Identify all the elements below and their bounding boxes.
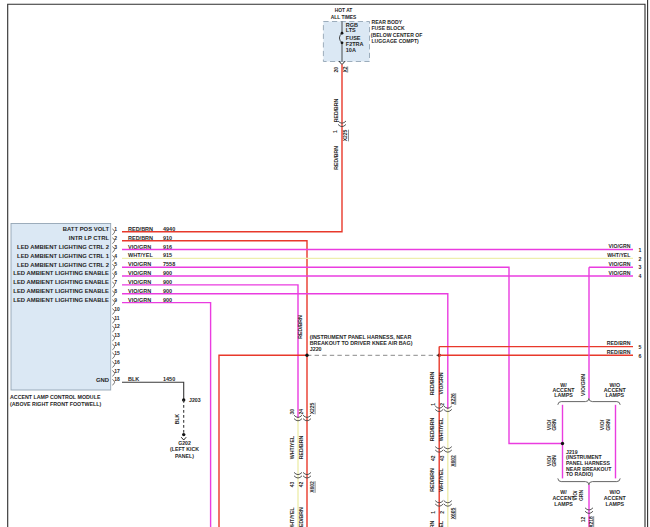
svg-text:6: 6 (114, 270, 117, 276)
svg-text:2: 2 (114, 235, 117, 241)
svg-text:900: 900 (163, 279, 172, 285)
svg-text:14: 14 (114, 341, 120, 347)
svg-text:RED/BRN: RED/BRN (607, 349, 631, 355)
svg-text:LAMPS: LAMPS (554, 392, 573, 398)
svg-text:RED/BRN: RED/BRN (128, 235, 153, 241)
svg-text:ACCENT LAMP CONTROL MODULE: ACCENT LAMP CONTROL MODULE (10, 394, 101, 400)
svg-text:11: 11 (114, 315, 120, 321)
svg-text:20: 20 (333, 67, 339, 73)
svg-text:VIO/GRN: VIO/GRN (128, 279, 151, 285)
svg-text:RED/BRN: RED/BRN (429, 468, 435, 492)
svg-text:WHT/YEL: WHT/YEL (607, 252, 631, 258)
svg-text:916: 916 (163, 244, 172, 250)
svg-text:LED AMBIENT LIGHTING ENABLE: LED AMBIENT LIGHTING ENABLE (13, 297, 109, 303)
svg-text:GRN: GRN (551, 455, 557, 467)
svg-text:J220: J220 (310, 346, 322, 352)
svg-text:1450: 1450 (163, 376, 175, 382)
svg-text:RED/BRN: RED/BRN (297, 315, 303, 339)
svg-text:(INSTRUMENT PANEL HARNESS, NEA: (INSTRUMENT PANEL HARNESS, NEAR (310, 334, 412, 340)
svg-text:6: 6 (639, 353, 642, 359)
svg-text:X602: X602 (450, 455, 456, 467)
svg-text:RED/BRN: RED/BRN (333, 98, 339, 122)
svg-text:910: 910 (163, 235, 172, 241)
svg-text:LAMPS: LAMPS (606, 501, 625, 507)
svg-text:ACCENT: ACCENT (604, 495, 627, 501)
svg-text:WHT/YEL: WHT/YEL (128, 252, 153, 258)
svg-text:2: 2 (439, 511, 445, 514)
svg-text:X218: X218 (588, 516, 594, 527)
svg-text:X602: X602 (309, 481, 315, 493)
svg-text:W/: W/ (560, 489, 567, 495)
svg-text:G202: G202 (178, 440, 191, 446)
svg-text:43: 43 (439, 455, 445, 461)
svg-text:1: 1 (430, 403, 436, 406)
svg-text:(ABOVE RIGHT FRONT FOOTWELL): (ABOVE RIGHT FRONT FOOTWELL) (10, 401, 101, 407)
svg-text:10A: 10A (346, 47, 356, 53)
svg-text:1: 1 (639, 247, 642, 253)
svg-text:PANEL): PANEL) (175, 453, 194, 459)
svg-text:HOT AT: HOT AT (335, 8, 353, 13)
svg-text:2: 2 (639, 256, 642, 262)
svg-text:TO RADIO): TO RADIO) (566, 471, 593, 477)
svg-text:42: 42 (298, 482, 304, 488)
svg-text:1: 1 (332, 130, 338, 133)
svg-text:BLK: BLK (128, 376, 139, 382)
svg-text:RED/BRN: RED/BRN (298, 507, 304, 527)
svg-text:BATT POS VOLT: BATT POS VOLT (63, 226, 110, 232)
svg-text:915: 915 (163, 252, 172, 258)
svg-text:RED/BRN: RED/BRN (333, 146, 339, 170)
svg-text:12: 12 (580, 517, 586, 523)
svg-text:1: 1 (114, 226, 117, 232)
svg-text:INTR LP CTRL: INTR LP CTRL (69, 235, 110, 241)
svg-text:7558: 7558 (163, 261, 175, 267)
svg-text:W/O: W/O (610, 489, 621, 495)
svg-text:12: 12 (114, 323, 120, 329)
svg-text:VIO/GRN: VIO/GRN (609, 261, 631, 267)
svg-text:5: 5 (114, 261, 117, 267)
svg-text:(BELOW CENTER OF: (BELOW CENTER OF (371, 32, 423, 38)
svg-text:RED/BRN: RED/BRN (607, 340, 631, 346)
svg-text:LUGGAGE COMPT): LUGGAGE COMPT) (372, 38, 420, 44)
svg-text:LED AMBIENT LIGHTING ENABLE: LED AMBIENT LIGHTING ENABLE (13, 270, 109, 276)
svg-text:VIO/GRN: VIO/GRN (609, 243, 631, 249)
svg-text:BREAKOUT TO DRIVER KNEE AIR BA: BREAKOUT TO DRIVER KNEE AIR BAG) (310, 340, 413, 346)
svg-text:5: 5 (639, 344, 642, 350)
svg-text:900: 900 (163, 270, 172, 276)
svg-text:1: 1 (430, 511, 436, 514)
svg-text:RED/BRN: RED/BRN (298, 435, 304, 459)
svg-text:13: 13 (114, 332, 120, 338)
svg-text:LED AMBIENT LIGHTING ENABLE: LED AMBIENT LIGHTING ENABLE (13, 279, 109, 285)
svg-text:18: 18 (114, 376, 120, 382)
svg-text:LAMPS: LAMPS (606, 392, 625, 398)
svg-text:WHT/YEL: WHT/YEL (438, 467, 444, 491)
svg-text:GRN: GRN (578, 490, 584, 502)
svg-text:VIO/GRN: VIO/GRN (128, 261, 151, 267)
svg-text:FUSE BLOCK: FUSE BLOCK (372, 25, 405, 31)
svg-text:WHT/YEL: WHT/YEL (438, 417, 444, 441)
svg-text:LED AMBIENT LIGHTING CTRL 2: LED AMBIENT LIGHTING CTRL 2 (17, 262, 110, 268)
svg-text:LED AMBIENT LIGHTING CTRL 1: LED AMBIENT LIGHTING CTRL 1 (17, 253, 110, 259)
svg-text:30: 30 (289, 409, 295, 415)
svg-text:LED AMBIENT LIGHTING ENABLE: LED AMBIENT LIGHTING ENABLE (13, 288, 109, 294)
svg-text:9: 9 (114, 297, 117, 303)
svg-text:4: 4 (114, 253, 117, 259)
svg-text:24: 24 (298, 409, 304, 415)
svg-text:X226: X226 (450, 393, 456, 405)
svg-text:4940: 4940 (163, 226, 175, 232)
svg-text:(LEFT KICK: (LEFT KICK (170, 446, 199, 452)
svg-text:2: 2 (439, 403, 445, 406)
svg-text:REAR BODY: REAR BODY (372, 19, 403, 25)
svg-text:RED/BRN: RED/BRN (429, 371, 435, 395)
svg-text:GRN: GRN (551, 419, 557, 431)
svg-text:17: 17 (114, 368, 120, 374)
svg-text:LED AMBIENT LIGHTING CTRL 2: LED AMBIENT LIGHTING CTRL 2 (17, 244, 110, 250)
svg-text:VIO/GRN: VIO/GRN (128, 270, 151, 276)
svg-text:10: 10 (114, 306, 120, 312)
svg-text:7: 7 (114, 279, 117, 285)
svg-text:16: 16 (114, 359, 120, 365)
svg-text:X605: X605 (450, 507, 456, 519)
svg-text:GND: GND (96, 377, 109, 383)
svg-text:LAMPS: LAMPS (554, 501, 573, 507)
svg-text:42: 42 (430, 455, 436, 461)
svg-text:900: 900 (163, 297, 172, 303)
